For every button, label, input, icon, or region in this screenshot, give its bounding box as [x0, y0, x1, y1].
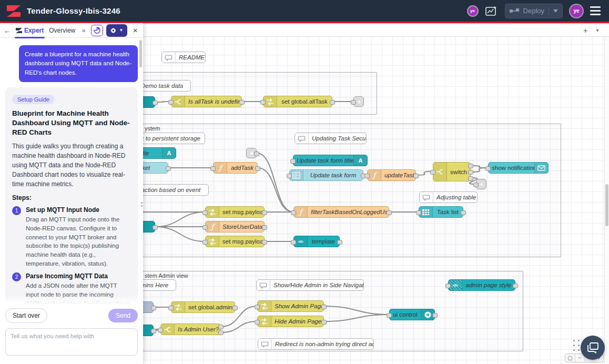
- node-port[interactable]: [290, 159, 296, 164]
- storeuserdata-node[interactable]: ƒStoreUserData: [205, 221, 265, 232]
- is-alltask-undefined-node[interactable]: Is allTask is undefined: [171, 96, 242, 107]
- node-port[interactable]: [291, 210, 296, 215]
- link-out-demo-node[interactable]: [353, 96, 364, 107]
- node-port[interactable]: [239, 100, 245, 105]
- node-port[interactable]: [468, 170, 473, 175]
- assistant-conversation[interactable]: Create a blueprint for a machine health …: [0, 38, 143, 304]
- chat-fab-button[interactable]: [581, 336, 605, 360]
- stub-demo-node[interactable]: [143, 96, 155, 108]
- stub-user-node[interactable]: [143, 221, 155, 232]
- ticket-node[interactable]: icket: [143, 162, 168, 174]
- updating-securely-comment-node[interactable]: Updating Task Securely: [295, 133, 367, 144]
- set-global-admins-node[interactable]: set global.admins: [171, 301, 235, 313]
- flow-workspace[interactable]: ystemstem Admin viewREADMEDemo task data…: [143, 37, 609, 364]
- update-task-form-title-node[interactable]: AUpdate task form title: [293, 155, 368, 166]
- more-tabs-chevrons-icon[interactable]: »: [79, 26, 88, 34]
- redirect-comment-node[interactable]: Redirect is non-admin trying direct acce…: [258, 338, 374, 350]
- is-admin-user-node[interactable]: Is Admin User?: [160, 323, 221, 335]
- addtask-node[interactable]: ƒaddTask: [213, 162, 258, 174]
- adjusting-table-comment-node[interactable]: Adjusting table: [419, 191, 478, 203]
- node-port[interactable]: [151, 306, 156, 310]
- node-port[interactable]: [232, 306, 238, 310]
- node-port[interactable]: [337, 240, 342, 245]
- node-port[interactable]: [255, 305, 260, 309]
- show-admin-page-node[interactable]: Show Admin Page: [257, 300, 324, 312]
- node-port[interactable]: [254, 151, 259, 156]
- node-port[interactable]: [461, 210, 466, 215]
- node-port[interactable]: [153, 100, 158, 105]
- node-port[interactable]: [158, 328, 163, 332]
- node-port[interactable]: [151, 329, 156, 333]
- scrollbar-thumb[interactable]: [605, 184, 608, 226]
- set-msg-payload-1-node[interactable]: set msg.payload: [205, 206, 265, 218]
- node-port[interactable]: [468, 164, 473, 168]
- flow-list-caret-icon[interactable]: ▾: [593, 27, 602, 33]
- template-node[interactable]: </>template: [293, 236, 340, 247]
- hamburger-menu-icon[interactable]: [590, 6, 601, 15]
- node-port[interactable]: [430, 170, 435, 175]
- stub-hatched-node[interactable]: [143, 301, 154, 313]
- avatar-small[interactable]: ye: [468, 6, 478, 16]
- node-port[interactable]: [445, 284, 451, 288]
- drag-handle-dots[interactable]: [573, 340, 581, 352]
- node-port[interactable]: [218, 330, 224, 335]
- add-flow-button[interactable]: +: [580, 26, 591, 35]
- node-port[interactable]: [291, 240, 296, 245]
- node-port[interactable]: [387, 210, 392, 215]
- node-port[interactable]: [166, 166, 171, 171]
- link-out-switch-node[interactable]: [476, 179, 486, 189]
- node-port[interactable]: [168, 306, 174, 310]
- switch-node[interactable]: switch: [433, 162, 471, 181]
- flowfuse-logo-icon[interactable]: [7, 5, 21, 17]
- tab-overview[interactable]: Overview: [48, 23, 76, 38]
- node-port[interactable]: [413, 174, 419, 178]
- group-demo-task-data[interactable]: [143, 72, 377, 115]
- ui-control-node[interactable]: ui control: [389, 309, 435, 320]
- node-port[interactable]: [202, 225, 208, 230]
- save-task-comment-node[interactable]: sk to persistent storage: [143, 133, 205, 144]
- minimap-button[interactable]: ▢: [565, 354, 575, 362]
- node-port[interactable]: [262, 210, 267, 215]
- send-button[interactable]: Send: [108, 309, 138, 322]
- task-list-node[interactable]: Task list: [419, 206, 463, 218]
- node-port[interactable]: [364, 174, 370, 178]
- hide-admin-page-node[interactable]: Hide Admin Page: [257, 316, 324, 327]
- node-port[interactable]: [321, 320, 327, 325]
- set-msg-payload-2-node[interactable]: set msg.payload: [205, 236, 265, 247]
- node-port[interactable]: [168, 100, 174, 105]
- node-port[interactable]: [473, 183, 479, 187]
- node-port[interactable]: [485, 166, 491, 171]
- node-port[interactable]: [321, 305, 327, 309]
- node-port[interactable]: [513, 284, 518, 288]
- node-port[interactable]: [330, 100, 335, 105]
- node-port[interactable]: [255, 166, 260, 171]
- deploy-button[interactable]: Deploy: [505, 4, 563, 18]
- node-port[interactable]: [468, 176, 473, 181]
- update-task-form-node[interactable]: Update task form: [289, 169, 363, 181]
- node-port[interactable]: [202, 240, 208, 245]
- set-global-alltask-node[interactable]: set global.allTask: [263, 96, 332, 107]
- readme-node[interactable]: README: [161, 52, 206, 63]
- tab-expert[interactable]: Expert: [15, 23, 45, 38]
- node-port[interactable]: [218, 325, 224, 329]
- node-port[interactable]: [262, 240, 267, 245]
- pie-chart-button[interactable]: [91, 25, 103, 36]
- ai-assistant-icon[interactable]: [485, 5, 498, 17]
- panel-resize-grip[interactable]: [141, 202, 143, 207]
- node-port[interactable]: [287, 174, 292, 178]
- node-port[interactable]: [210, 166, 216, 171]
- avatar-large[interactable]: ye: [570, 5, 583, 17]
- node-port[interactable]: [153, 225, 158, 230]
- node-port[interactable]: [260, 100, 266, 105]
- link-in-task-node[interactable]: [246, 148, 257, 158]
- assistant-input[interactable]: [5, 328, 138, 356]
- node-port[interactable]: [387, 313, 392, 318]
- close-panel-icon[interactable]: ×: [130, 26, 140, 35]
- settings-dropdown-button[interactable]: ▼: [106, 24, 127, 37]
- filtertask-node[interactable]: ƒfilterTaskBasedOnLoggedUser: [293, 206, 389, 218]
- node-port[interactable]: [351, 100, 356, 105]
- admins-here-comment-node[interactable]: mins Here: [143, 279, 176, 291]
- showhide-comment-node[interactable]: Show/Hide Admin in Side Navigation: [256, 279, 364, 291]
- back-arrow-icon[interactable]: ←: [3, 26, 12, 35]
- admin-page-style-node[interactable]: </>admin page style: [448, 279, 515, 291]
